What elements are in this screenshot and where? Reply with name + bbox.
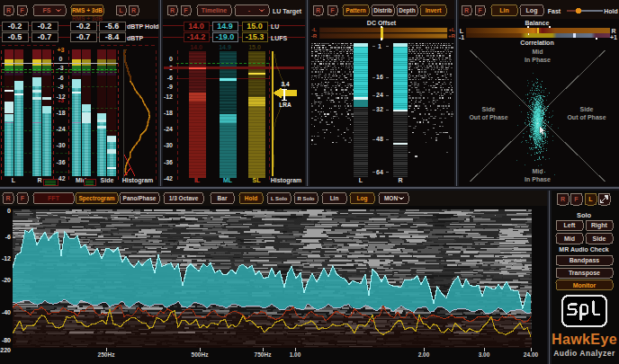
- svg-text:Lin: Lin: [499, 7, 509, 13]
- svg-text:16: 16: [376, 74, 383, 80]
- svg-text:Mid: Mid: [564, 235, 575, 242]
- svg-text:Correlation: Correlation: [520, 40, 553, 46]
- svg-text:R: R: [561, 196, 565, 202]
- svg-text:MON: MON: [384, 195, 398, 201]
- svg-text:L: L: [119, 7, 123, 13]
- svg-text:Side: Side: [593, 235, 606, 242]
- svg-text:-6: -6: [58, 75, 63, 81]
- svg-text:32: 32: [376, 106, 383, 112]
- svg-text:14.0: 14.0: [188, 22, 204, 31]
- svg-text:In Phase: In Phase: [525, 57, 551, 63]
- svg-text:-36: -36: [56, 159, 65, 165]
- svg-text:0: 0: [7, 208, 11, 214]
- svg-text:Monitor: Monitor: [573, 282, 597, 289]
- svg-text:2.00: 2.00: [418, 351, 430, 358]
- svg-text:FFT: FFT: [48, 195, 60, 201]
- svg-text:Side: Side: [482, 106, 496, 112]
- svg-text:SL: SL: [253, 177, 262, 183]
- svg-text:Side: Side: [580, 106, 594, 112]
- svg-text:Log: Log: [357, 195, 368, 202]
- svg-text:+1: +1: [610, 34, 617, 40]
- svg-text:-6: -6: [167, 75, 173, 81]
- svg-text:FS: FS: [43, 7, 51, 13]
- svg-text:-12: -12: [2, 255, 11, 262]
- svg-text:F: F: [184, 7, 188, 13]
- svg-text:14.9: 14.9: [219, 44, 231, 50]
- svg-text:F: F: [574, 196, 579, 202]
- svg-text:F: F: [20, 7, 24, 13]
- svg-text:Audio Analyzer: Audio Analyzer: [553, 349, 615, 358]
- svg-text:In Phase: In Phase: [525, 176, 551, 182]
- svg-text:LU: LU: [271, 23, 279, 30]
- svg-text:+3: +3: [58, 98, 65, 103]
- svg-text:Hold: Hold: [245, 195, 257, 201]
- svg-text:+R: +R: [448, 33, 456, 39]
- svg-text:24.00: 24.00: [524, 351, 539, 358]
- svg-text:MR Audio Check: MR Audio Check: [559, 246, 608, 253]
- svg-text:-L: -L: [311, 27, 317, 32]
- svg-text:R: R: [611, 28, 615, 34]
- svg-text:Right: Right: [591, 222, 608, 229]
- svg-text:L Solo: L Solo: [271, 196, 288, 201]
- svg-text:-24: -24: [164, 126, 173, 132]
- svg-text:-30: -30: [164, 142, 173, 148]
- svg-text:-40: -40: [2, 309, 11, 315]
- svg-text:-12: -12: [164, 93, 173, 100]
- svg-text:L: L: [588, 196, 593, 202]
- svg-text:64: 64: [376, 169, 383, 175]
- svg-text:14.0: 14.0: [190, 44, 202, 50]
- svg-text:-0.2: -0.2: [76, 22, 91, 31]
- svg-text:Bandpass: Bandpass: [570, 257, 600, 264]
- svg-text:R: R: [170, 7, 175, 13]
- svg-text:Solo: Solo: [577, 211, 592, 219]
- svg-text:Side: Side: [101, 177, 114, 183]
- svg-text:L: L: [12, 177, 16, 183]
- svg-text:-8.4: -8.4: [105, 32, 120, 41]
- svg-text:1: 1: [378, 43, 381, 49]
- svg-text:-18: -18: [164, 110, 173, 116]
- svg-text:-14.2: -14.2: [187, 32, 206, 41]
- svg-text:R: R: [5, 195, 10, 201]
- svg-text:LU Target: LU Target: [273, 8, 302, 15]
- svg-text:0: 0: [59, 56, 63, 62]
- svg-text:Out of Phase: Out of Phase: [469, 114, 507, 120]
- svg-text:Invert: Invert: [426, 7, 443, 13]
- svg-text:-20: -20: [2, 277, 11, 283]
- svg-text:-24: -24: [56, 126, 65, 132]
- svg-text:Pattern: Pattern: [345, 7, 365, 13]
- svg-text:+L: +L: [448, 27, 455, 32]
- svg-text:-6: -6: [5, 234, 11, 240]
- svg-text:Histogram: Histogram: [122, 177, 154, 184]
- svg-text:LUFS: LUFS: [271, 35, 288, 41]
- svg-text:F: F: [478, 7, 482, 13]
- svg-text:-0.2: -0.2: [8, 22, 22, 31]
- svg-text:Balance: Balance: [525, 20, 550, 26]
- svg-text:750Hz: 750Hz: [255, 351, 273, 358]
- svg-text:3.00: 3.00: [479, 351, 490, 358]
- svg-text:Pano/Phase: Pano/Phase: [123, 195, 157, 201]
- svg-text:F: F: [21, 195, 25, 201]
- svg-text:Mid: Mid: [532, 49, 543, 55]
- svg-text:R: R: [6, 7, 11, 13]
- svg-text:R: R: [316, 7, 320, 13]
- svg-text:-1: -1: [459, 34, 464, 40]
- svg-text:Bar: Bar: [218, 195, 228, 201]
- svg-text:dBTP Hold: dBTP Hold: [127, 23, 159, 30]
- svg-text:1/3 Octave: 1/3 Octave: [169, 195, 199, 201]
- svg-text:L: L: [460, 28, 464, 34]
- svg-text:-42: -42: [164, 175, 173, 182]
- svg-text:-0.7: -0.7: [76, 32, 91, 41]
- svg-text:R: R: [131, 7, 136, 13]
- svg-text:14.9: 14.9: [217, 22, 233, 31]
- svg-text:Log: Log: [526, 7, 538, 14]
- svg-text:Depth: Depth: [399, 7, 415, 14]
- svg-text:15.0: 15.0: [248, 44, 261, 50]
- svg-text:-80: -80: [2, 337, 11, 343]
- svg-text:-220: -220: [0, 347, 11, 353]
- svg-text:-5.6: -5.6: [105, 22, 120, 31]
- svg-text:-3: -3: [58, 65, 63, 71]
- svg-text:-18: -18: [56, 110, 65, 116]
- svg-text:15.0: 15.0: [247, 22, 263, 31]
- svg-text:L: L: [359, 177, 363, 183]
- svg-text:Histogram: Histogram: [271, 177, 302, 184]
